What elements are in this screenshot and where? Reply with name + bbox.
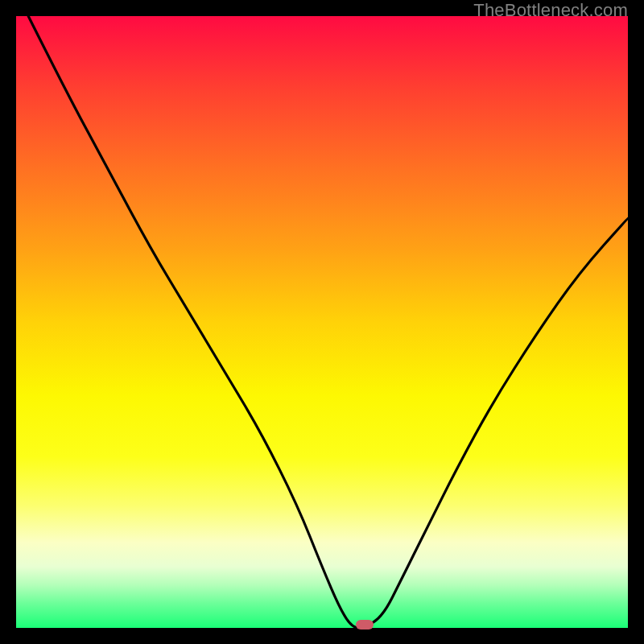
bottleneck-curve <box>28 16 628 628</box>
watermark-text: TheBottleneck.com <box>473 0 628 21</box>
chart-frame: TheBottleneck.com <box>0 0 644 644</box>
chart-svg <box>16 16 628 628</box>
minimum-marker <box>356 620 374 630</box>
